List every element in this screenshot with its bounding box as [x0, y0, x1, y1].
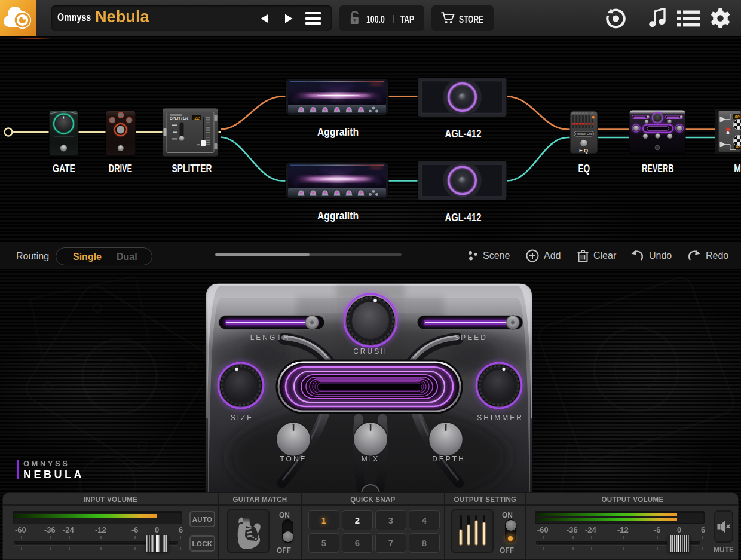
svg-text:DRIVE: DRIVE: [109, 161, 132, 174]
svg-text:CRUSH: CRUSH: [353, 347, 388, 356]
svg-text:AGL-412: AGL-412: [445, 210, 482, 224]
svg-text:EQ: EQ: [579, 148, 589, 154]
svg-text:EQ: EQ: [578, 162, 590, 175]
svg-text:SPLITTER: SPLITTER: [170, 115, 189, 121]
svg-text:Aggralith: Aggralith: [317, 126, 359, 139]
svg-text:88: 88: [735, 115, 740, 119]
svg-text:LENGTH: LENGTH: [250, 333, 290, 342]
svg-text:AGL-412: AGL-412: [445, 127, 482, 140]
svg-text:Positive Grid: Positive Grid: [575, 132, 593, 136]
svg-text:M: M: [734, 162, 741, 175]
svg-text:GATE: GATE: [53, 162, 75, 175]
svg-text:SHIMMER: SHIMMER: [477, 414, 523, 422]
svg-text:22: 22: [194, 115, 200, 121]
svg-text:REVERB: REVERB: [642, 161, 674, 174]
svg-text:SPLITTER: SPLITTER: [172, 162, 212, 175]
svg-text:SPEED: SPEED: [454, 333, 488, 342]
svg-text:SIZE: SIZE: [231, 414, 254, 422]
svg-text:Aggralith: Aggralith: [317, 209, 359, 222]
